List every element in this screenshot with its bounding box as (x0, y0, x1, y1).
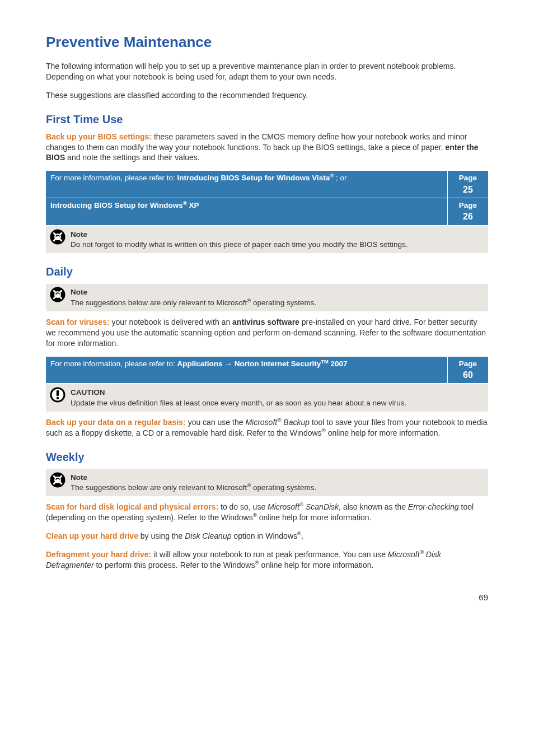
note-block: Note The suggestions below are only rele… (46, 284, 488, 311)
ref-link-norton: Norton Internet SecurityTM 2007 (235, 360, 348, 368)
note-body: The suggestions below are only relevant … (71, 483, 316, 492)
page-number-ref: 26 (452, 211, 484, 223)
note-text: Note The suggestions below are only rele… (71, 286, 485, 307)
svg-point-3 (54, 291, 61, 298)
page-ref-cell: Page 25 (448, 171, 489, 198)
text: ; or (334, 174, 346, 182)
note-icon (49, 228, 66, 245)
page-label: Page (452, 200, 484, 211)
caution-text: CAUTION Update the virus definition file… (71, 386, 485, 408)
caution-block: CAUTION Update the virus definition file… (46, 384, 488, 411)
page-title: Preventive Maintenance (46, 34, 488, 51)
cleanup-label: Clean up your hard drive (46, 531, 138, 540)
note-text: Note The suggestions below are only rele… (71, 472, 485, 493)
text: by using the (138, 531, 185, 540)
weekly-defrag-paragraph: Defragment your hard drive: it will allo… (46, 549, 488, 571)
scan-viruses-label: Scan for viruses: (46, 318, 110, 326)
arrow-icon: → (223, 360, 235, 368)
note-body: The suggestions below are only relevant … (71, 298, 316, 307)
ref-cell: Introducing BIOS Setup for Windows® XP (46, 198, 448, 225)
note-icon (49, 472, 66, 488)
backup-data-label: Back up your data on a regular basis: (46, 418, 186, 427)
table-row: For more information, please refer to: A… (46, 357, 488, 384)
heading-first-time-use: First Time Use (46, 113, 488, 126)
note-block: Note The suggestions below are only rele… (46, 469, 488, 496)
ref-link-applications: Applications (177, 360, 223, 368)
ref-cell: For more information, please refer to: A… (46, 357, 448, 384)
antivirus-bold: antivirus software (232, 318, 299, 326)
page-ref-cell: Page 60 (448, 357, 489, 384)
scan-errors-label: Scan for hard disk logical and physical … (46, 502, 218, 511)
note-heading: Note (71, 473, 485, 483)
table-row: For more information, please refer to: I… (46, 171, 488, 198)
scandisk-italic: Microsoft® ScanDisk (268, 502, 339, 511)
error-checking-italic: Error-checking (408, 502, 459, 511)
ref-cell: For more information, please refer to: I… (46, 171, 448, 198)
page-content: Preventive Maintenance The following inf… (0, 0, 534, 624)
page-number-ref: 25 (452, 184, 484, 196)
note-icon (49, 286, 66, 303)
note-heading: Note (71, 287, 485, 297)
ref-link-bios-xp: Introducing BIOS Setup for Windows® XP (50, 201, 199, 209)
intro-paragraph-2: These suggestions are classified accordi… (46, 90, 488, 101)
svg-point-7 (57, 397, 59, 400)
page-number-ref: 60 (452, 369, 484, 381)
text: and note the settings and their values. (65, 153, 200, 162)
caution-body: Update the virus definition files at lea… (71, 399, 406, 407)
text: to perform this process. Refer to the Wi… (94, 561, 255, 570)
note-heading: Note (71, 230, 485, 240)
heading-weekly: Weekly (46, 451, 488, 464)
text: your notebook is delivered with an (110, 318, 232, 326)
text: online help for more information. (326, 428, 441, 437)
caution-icon (49, 386, 66, 403)
text: online help for more information. (257, 513, 372, 522)
text: you can use the (186, 418, 246, 427)
svg-point-9 (54, 477, 61, 483)
disk-cleanup-italic: Disk Cleanup (185, 531, 231, 540)
intro-paragraph-1: The following information will help you … (46, 61, 488, 82)
table-row: Introducing BIOS Setup for Windows® XP P… (46, 198, 488, 225)
text: online help for more information. (259, 561, 374, 570)
page-label: Page (452, 173, 484, 183)
note-text: Note Do not forget to modify what is wri… (71, 228, 485, 250)
page-label: Page (452, 359, 484, 369)
first-time-backup-paragraph: Back up your BIOS settings: these parame… (46, 132, 488, 164)
text: , also known as the (339, 502, 408, 511)
svg-point-1 (54, 234, 61, 240)
caution-heading: CAUTION (71, 388, 485, 398)
defrag-label: Defragment your hard drive: (46, 550, 151, 559)
heading-daily: Daily (46, 265, 488, 278)
svg-rect-6 (57, 390, 59, 396)
page-ref-cell: Page 26 (448, 198, 489, 225)
ref-link-bios-vista: Introducing BIOS Setup for Windows Vista… (177, 174, 334, 182)
note-body: Do not forget to modify what is written … (71, 240, 408, 249)
backup-bios-label: Back up your BIOS settings: (46, 132, 152, 141)
page-number: 69 (46, 592, 488, 602)
daily-scan-paragraph: Scan for viruses: your notebook is deliv… (46, 317, 488, 349)
note-block: Note Do not forget to modify what is wri… (46, 226, 488, 253)
text: For more information, please refer to: (50, 360, 177, 368)
text: For more information, please refer to: (50, 174, 177, 182)
weekly-scan-paragraph: Scan for hard disk logical and physical … (46, 502, 488, 523)
text: it will allow your notebook to run at pe… (151, 550, 388, 559)
text: . (301, 531, 303, 540)
reference-table-bios: For more information, please refer to: I… (46, 171, 488, 225)
microsoft-backup-italic: Microsoft® Backup (245, 418, 310, 427)
weekly-cleanup-paragraph: Clean up your hard drive by using the Di… (46, 531, 488, 542)
text: to do so, use (218, 502, 268, 511)
daily-backup-paragraph: Back up your data on a regular basis: yo… (46, 417, 488, 438)
reference-table-norton: For more information, please refer to: A… (46, 357, 488, 384)
text: option in Windows (231, 531, 297, 540)
